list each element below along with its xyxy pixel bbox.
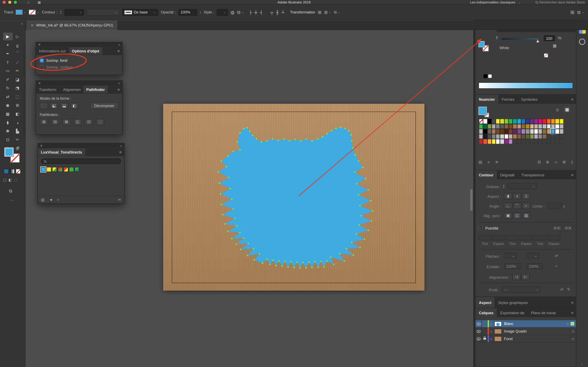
anchor-point[interactable]: [320, 261, 322, 262]
next-icon[interactable]: ▶: [57, 198, 60, 202]
anchor-point[interactable]: [356, 183, 357, 185]
artboard-tool[interactable]: ⊡: [3, 136, 13, 144]
swatch-r4-c10[interactable]: [517, 134, 521, 139]
anchor-point[interactable]: [359, 205, 361, 206]
tint-slider[interactable]: [502, 38, 539, 40]
magic-wand-tool[interactable]: ✶: [3, 41, 13, 49]
close-icon[interactable]: ✕: [40, 144, 43, 148]
selection-tool[interactable]: ▶: [3, 33, 13, 41]
layer-row-blanc[interactable]: ›Blanc○: [476, 320, 576, 328]
overprint-fill-checkbox[interactable]: ✓: [40, 58, 44, 63]
anchor-point[interactable]: [233, 151, 234, 152]
anchor-point[interactable]: [326, 133, 328, 134]
swatch-r3-c19[interactable]: [555, 129, 559, 134]
tab-styles-graphiques[interactable]: Styles graphiques: [495, 297, 531, 308]
spot-swatch-4[interactable]: [58, 167, 63, 172]
gap-field-1[interactable]: [492, 235, 505, 241]
tab-degrade[interactable]: Dégradé: [497, 170, 518, 179]
swatch-r3-c12[interactable]: [526, 129, 530, 134]
zoom-window-button[interactable]: [14, 1, 17, 4]
anchor-point[interactable]: [311, 140, 313, 142]
anchor-point[interactable]: [266, 140, 268, 142]
gradient-mode-button[interactable]: [10, 169, 15, 174]
disclosure-icon[interactable]: ›: [489, 329, 493, 333]
swatch-r4-c3[interactable]: [487, 134, 492, 139]
anchor-point[interactable]: [293, 267, 295, 268]
swatch-r3-c16[interactable]: [543, 129, 547, 134]
tab-alignement[interactable]: Alignemen: [60, 86, 83, 93]
swatch-r2-c15[interactable]: [538, 124, 543, 129]
grid-options-icon[interactable]: ⊞: [318, 9, 321, 15]
anchor-point[interactable]: [224, 223, 226, 225]
app-grid-icon[interactable]: ▦: [38, 0, 41, 4]
anchor-point[interactable]: [294, 139, 296, 140]
link-scale-icon[interactable]: ∝: [555, 264, 558, 268]
line-segment-tool[interactable]: ∕: [13, 58, 22, 67]
anchor-point[interactable]: [299, 267, 301, 268]
anchor-point[interactable]: [226, 166, 227, 167]
anchor-point[interactable]: [290, 261, 292, 263]
black-chip[interactable]: [484, 74, 488, 78]
swatch-r3-c6[interactable]: [500, 129, 504, 134]
anchor-point[interactable]: [367, 189, 369, 191]
transform-button[interactable]: Transformation: [290, 10, 315, 14]
home-icon[interactable]: ⌂: [27, 0, 29, 4]
panel-menu-icon[interactable]: ≡: [569, 170, 576, 179]
anchor-point[interactable]: [228, 177, 229, 178]
swatch-r1-c6[interactable]: [500, 119, 504, 124]
swatch-r2-c18[interactable]: [551, 124, 555, 129]
gap-field-2[interactable]: [520, 235, 533, 241]
stock-search[interactable]: Rechercher dans Adobe Stock: [536, 0, 585, 4]
stroke-weight-stepper[interactable]: ▲ ▼: [60, 10, 62, 14]
fill-color-control[interactable]: ⌄: [16, 10, 26, 15]
cloud-icon[interactable]: ≋: [495, 160, 498, 164]
spot-swatch-7[interactable]: [75, 167, 80, 172]
anchor-point[interactable]: [239, 132, 241, 134]
swatch-r3-c1[interactable]: [479, 129, 483, 134]
anchor-point[interactable]: [229, 188, 231, 189]
document-tab[interactable]: ✕ White_Ink.ai* @ 66,67% (CMJN/Aperçu GP…: [26, 21, 118, 30]
swatch-r2-c4[interactable]: [492, 124, 496, 129]
anchor-point[interactable]: [340, 127, 341, 128]
corner-round-button[interactable]: ⌒: [513, 203, 521, 209]
shape-mode-button-2[interactable]: ⬕: [50, 103, 58, 109]
swatch-r1-c9[interactable]: [513, 119, 517, 124]
lock-toggle[interactable]: [482, 320, 488, 327]
tint-value-field[interactable]: 100: [544, 35, 555, 41]
layer-row-image-quadri[interactable]: ›Image Quadri○: [476, 328, 576, 335]
anchor-point[interactable]: [308, 261, 310, 263]
anchor-point[interactable]: [269, 264, 271, 265]
folder-icon[interactable]: ▱: [554, 160, 557, 164]
layer-row-fond[interactable]: ›Fond○: [476, 335, 576, 343]
swap-fill-stroke-icon[interactable]: ⇄: [17, 146, 19, 149]
anchor-point[interactable]: [296, 261, 298, 263]
anchor-point[interactable]: [243, 128, 245, 129]
column-graph-tool[interactable]: ▙: [13, 127, 22, 135]
swatch-r2-c19[interactable]: [555, 124, 559, 129]
workspace-switcher[interactable]: Les indispensables classiques ⌄: [470, 0, 521, 4]
weight-dropdown[interactable]: ⌄: [508, 183, 537, 189]
color-ramp[interactable]: [479, 82, 573, 89]
swatch-r2-c5[interactable]: [496, 124, 500, 129]
close-window-button[interactable]: [3, 1, 6, 4]
swatch-r2-c8[interactable]: [509, 124, 513, 129]
anchor-point[interactable]: [285, 261, 286, 262]
unlink-icon[interactable]: ✂: [118, 198, 121, 202]
anchor-point[interactable]: [372, 210, 373, 212]
swatch-r4-c5[interactable]: [496, 134, 500, 139]
anchor-point[interactable]: [362, 167, 364, 168]
swatch-r2-c12[interactable]: [526, 124, 530, 129]
panel-menu-icon[interactable]: ≡: [115, 47, 122, 55]
anchor-point[interactable]: [358, 160, 359, 162]
color-mode-button[interactable]: [4, 169, 9, 174]
align-inside-stroke-button[interactable]: ◫: [513, 212, 521, 218]
cc-sync-icon[interactable]: [579, 39, 585, 45]
swatch-r5-c4[interactable]: [492, 139, 496, 144]
disclosure-icon[interactable]: ›: [489, 322, 493, 325]
align-outside-stroke-button[interactable]: ▥: [522, 212, 530, 218]
swatch-r1-c11[interactable]: [521, 119, 526, 124]
dash-field-2[interactable]: [506, 235, 519, 241]
gradient-tool[interactable]: ◧: [13, 110, 22, 118]
swatch-r1-c12[interactable]: [526, 119, 530, 124]
anchor-point[interactable]: [339, 253, 341, 254]
